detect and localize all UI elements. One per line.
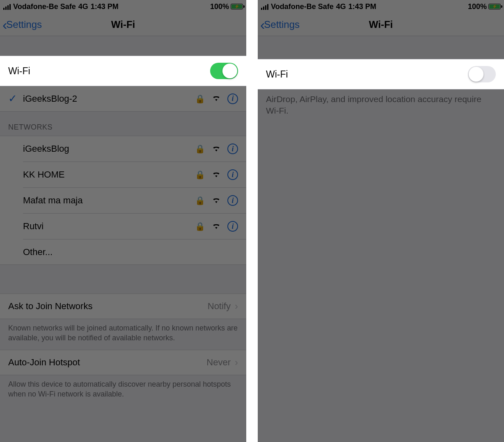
info-icon[interactable]: i bbox=[227, 144, 238, 154]
info-icon[interactable]: i bbox=[227, 221, 238, 232]
chevron-right-icon: › bbox=[235, 357, 238, 368]
wifi-signal-icon bbox=[212, 222, 221, 231]
lock-icon: 🔒 bbox=[195, 170, 205, 180]
wifi-off-footer: AirDrop, AirPlay, and improved location … bbox=[258, 89, 504, 123]
wifi-signal-icon bbox=[212, 196, 221, 205]
lock-icon: 🔒 bbox=[195, 196, 205, 205]
battery-icon: ⚡ bbox=[488, 4, 501, 9]
wifi-toggle-switch[interactable] bbox=[210, 63, 238, 79]
back-button[interactable]: ‹ Settings bbox=[258, 18, 300, 32]
network-row[interactable]: iGeeksBlog 🔒 i bbox=[0, 136, 246, 162]
status-bar: Vodafone-Be Safe 4G 1:43 PM 100% ⚡ bbox=[258, 0, 504, 13]
ask-to-join-value: Notify bbox=[208, 301, 231, 312]
network-name: iGeeksBlog bbox=[23, 144, 195, 154]
back-label: Settings bbox=[264, 19, 300, 30]
wifi-toggle-switch[interactable] bbox=[468, 66, 496, 82]
other-network-row[interactable]: Other... bbox=[0, 239, 246, 265]
wifi-signal-icon bbox=[212, 170, 221, 180]
phone-right: Vodafone-Be Safe 4G 1:43 PM 100% ⚡ ‹ Set… bbox=[252, 0, 504, 442]
battery-icon: ⚡ bbox=[231, 4, 243, 9]
battery-percent: 100% bbox=[468, 2, 487, 11]
auto-join-hotspot-footer: Allow this device to automatically disco… bbox=[0, 375, 246, 406]
carrier-label: Vodafone-Be Safe bbox=[13, 2, 76, 11]
network-type: 4G bbox=[78, 2, 88, 11]
wifi-signal-icon bbox=[212, 94, 221, 103]
other-label: Other... bbox=[23, 247, 238, 257]
clock-label: 1:43 PM bbox=[91, 2, 119, 11]
nav-bar: ‹ Settings Wi-Fi bbox=[0, 13, 246, 36]
status-bar: Vodafone-Be Safe 4G 1:43 PM 100% ⚡ bbox=[0, 0, 246, 13]
info-icon[interactable]: i bbox=[227, 195, 238, 206]
network-name: Mafat ma maja bbox=[23, 195, 195, 206]
carrier-label: Vodafone-Be Safe bbox=[271, 2, 334, 11]
info-icon[interactable]: i bbox=[227, 93, 238, 104]
lock-icon: 🔒 bbox=[195, 144, 205, 154]
connected-network-row[interactable]: ✓ iGeeksBlog-2 🔒 i bbox=[0, 86, 246, 112]
lock-icon: 🔒 bbox=[195, 221, 205, 231]
battery-percent: 100% bbox=[210, 2, 229, 11]
ask-to-join-footer: Known networks will be joined automatica… bbox=[0, 319, 246, 350]
wifi-toggle-row[interactable]: Wi-Fi bbox=[0, 56, 246, 86]
info-icon[interactable]: i bbox=[227, 169, 238, 180]
network-name: KK HOME bbox=[23, 169, 195, 180]
network-row[interactable]: KK HOME 🔒 i bbox=[0, 162, 246, 187]
network-row[interactable]: Rutvi 🔒 i bbox=[0, 214, 246, 239]
wifi-toggle-row[interactable]: Wi-Fi bbox=[258, 59, 504, 89]
ask-to-join-row[interactable]: Ask to Join Networks Notify › bbox=[0, 294, 246, 319]
signal-icon bbox=[3, 3, 11, 10]
clock-label: 1:43 PM bbox=[348, 2, 376, 11]
signal-icon bbox=[261, 3, 268, 10]
network-row[interactable]: Mafat ma maja 🔒 i bbox=[0, 188, 246, 213]
auto-join-hotspot-label: Auto-Join Hotspot bbox=[8, 357, 206, 368]
nav-bar: ‹ Settings Wi-Fi bbox=[258, 13, 504, 36]
back-label: Settings bbox=[6, 19, 42, 30]
networks-section-header: NETWORKS bbox=[0, 112, 246, 136]
checkmark-icon: ✓ bbox=[8, 92, 23, 105]
ask-to-join-label: Ask to Join Networks bbox=[8, 301, 208, 312]
back-button[interactable]: ‹ Settings bbox=[0, 18, 42, 32]
lock-icon: 🔒 bbox=[195, 94, 205, 104]
wifi-toggle-label: Wi-Fi bbox=[8, 66, 210, 77]
auto-join-hotspot-row[interactable]: Auto-Join Hotspot Never › bbox=[0, 350, 246, 375]
chevron-right-icon: › bbox=[235, 301, 238, 312]
phone-left: Vodafone-Be Safe 4G 1:43 PM 100% ⚡ ‹ Set… bbox=[0, 0, 252, 442]
network-type: 4G bbox=[336, 2, 346, 11]
auto-join-hotspot-value: Never bbox=[206, 357, 231, 368]
wifi-toggle-label: Wi-Fi bbox=[266, 69, 468, 80]
network-name: Rutvi bbox=[23, 221, 195, 232]
connected-network-name: iGeeksBlog-2 bbox=[23, 93, 195, 104]
wifi-signal-icon bbox=[212, 144, 221, 154]
